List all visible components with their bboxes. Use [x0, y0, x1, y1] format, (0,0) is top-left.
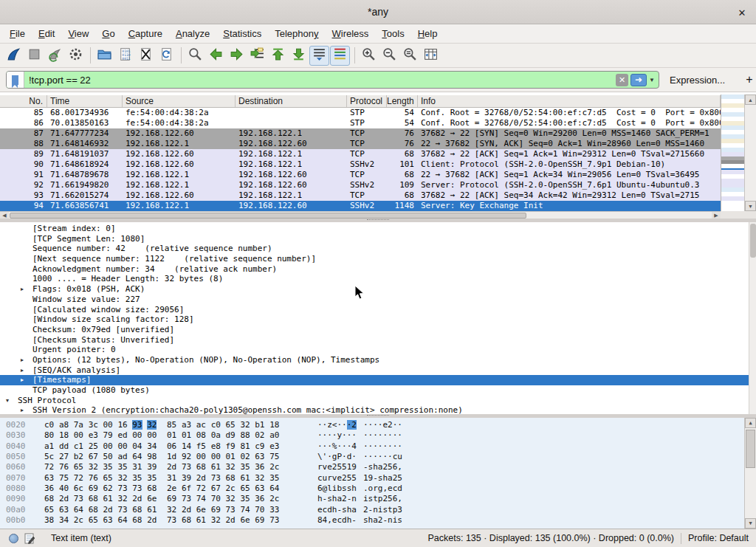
hex-byte[interactable]: 35	[269, 473, 279, 483]
hex-byte[interactable]: 68	[89, 505, 98, 515]
capture-options-button[interactable]	[66, 46, 86, 66]
hex-byte[interactable]: 1d	[167, 452, 176, 461]
hex-byte[interactable]: 35	[103, 462, 113, 472]
column-header-no[interactable]: No.	[0, 95, 47, 107]
auto-scroll-button[interactable]	[309, 46, 329, 66]
hex-byte[interactable]: 00	[211, 452, 221, 461]
hex-byte[interactable]: 2d	[59, 494, 69, 503]
hex-byte[interactable]: 35	[117, 462, 127, 472]
menu-help[interactable]: Help	[411, 26, 444, 41]
hex-byte[interactable]: b1	[255, 420, 264, 430]
hex-byte[interactable]: c0	[211, 420, 221, 430]
packet-list-hscrollbar[interactable]: ◀ ▶	[0, 211, 721, 219]
hex-byte[interactable]: 00	[103, 420, 113, 430]
hex-byte[interactable]: 2d	[182, 505, 191, 515]
hex-byte[interactable]: ed	[117, 430, 127, 440]
column-header-time[interactable]: Time	[47, 95, 123, 107]
hex-byte[interactable]: 01	[167, 430, 176, 440]
detail-line[interactable]: [Window size scaling factor: 128]	[0, 314, 756, 325]
capture-comment-icon[interactable]	[24, 533, 35, 544]
filter-bookmark-icon[interactable]	[7, 72, 24, 88]
hex-row[interactable]: 0020c0 a8 7a 3c 00 16 93 3285 a3 ac c0 6…	[0, 420, 756, 430]
hex-byte[interactable]: e3	[89, 430, 98, 440]
collapsed-arrow-icon[interactable]: ▸	[21, 405, 24, 414]
hex-byte[interactable]: ac	[196, 420, 206, 430]
hex-byte[interactable]: 88	[240, 430, 250, 440]
hex-byte[interactable]: a3	[182, 420, 191, 430]
hex-byte[interactable]: 72	[44, 462, 54, 472]
start-capture-button[interactable]	[4, 46, 24, 66]
hex-byte[interactable]: 01	[182, 430, 191, 440]
profile-selector[interactable]: Profile: Default	[688, 533, 749, 543]
bytes-scroll-down-icon[interactable]: ▼	[745, 518, 756, 529]
hex-byte[interactable]: 69	[167, 494, 176, 503]
detail-line[interactable]: Sequence number: 42 (relative sequence n…	[0, 244, 756, 254]
hex-byte[interactable]: 02	[255, 430, 264, 440]
hex-byte[interactable]: 67	[89, 452, 98, 461]
hex-byte[interactable]: 65	[226, 420, 236, 430]
hex-byte[interactable]: 63	[255, 452, 264, 461]
hex-byte[interactable]: 93	[132, 420, 142, 430]
hex-byte[interactable]: 32	[147, 420, 157, 430]
menu-view[interactable]: View	[61, 26, 95, 41]
packet-row-93[interactable]: 9371.662015274192.168.122.60192.168.122.…	[0, 190, 721, 201]
hex-byte[interactable]: 68	[132, 515, 142, 525]
hex-byte[interactable]: 00	[147, 430, 157, 440]
collapsed-arrow-icon[interactable]: ▸	[21, 375, 24, 385]
scroll-right-icon[interactable]: ▶	[712, 212, 721, 219]
hex-byte[interactable]: 18	[59, 430, 69, 440]
hex-byte[interactable]: 32	[240, 420, 250, 430]
packet-row-87[interactable]: 8771.647777234192.168.122.60192.168.122.…	[0, 128, 721, 139]
hex-byte[interactable]: a1	[44, 441, 54, 451]
hex-byte[interactable]: 31	[167, 473, 176, 483]
hex-byte[interactable]: 80	[44, 430, 54, 440]
packet-row-90[interactable]: 9071.648618924192.168.122.60192.168.122.…	[0, 159, 721, 170]
column-header-destination[interactable]: Destination	[236, 95, 347, 107]
hex-byte[interactable]: 32	[226, 462, 236, 472]
detail-line[interactable]: Urgent pointer: 0	[0, 345, 756, 355]
hex-byte[interactable]: d9	[226, 430, 236, 440]
hex-byte[interactable]: 00	[74, 430, 83, 440]
hex-byte[interactable]: f9	[226, 441, 236, 451]
go-first-button[interactable]	[268, 46, 288, 66]
hex-byte[interactable]: 27	[59, 452, 69, 461]
go-back-button[interactable]	[206, 46, 226, 66]
hex-byte[interactable]: 68	[89, 494, 98, 503]
hex-byte[interactable]: 2d	[196, 473, 206, 483]
hex-byte[interactable]: 6f	[182, 484, 191, 493]
hex-byte[interactable]: 6e	[240, 515, 250, 525]
hex-byte[interactable]: 35	[132, 473, 142, 483]
hex-byte[interactable]: c9	[255, 441, 264, 451]
hex-byte[interactable]: ad	[117, 452, 127, 461]
hex-row[interactable]: 003080 18 00 e3 79 ed 00 0001 01 08 0a d…	[0, 430, 756, 441]
packet-row-88[interactable]: 8871.648146932192.168.122.1192.168.122.6…	[0, 139, 721, 149]
expert-info-icon[interactable]	[9, 534, 18, 543]
hex-byte[interactable]: 63	[59, 505, 69, 515]
hex-byte[interactable]: 32	[167, 505, 176, 515]
filter-history-caret-icon[interactable]: ▼	[649, 77, 655, 83]
add-filter-button[interactable]: +	[741, 73, 756, 86]
hex-byte[interactable]: 16	[117, 420, 127, 430]
packet-row-92[interactable]: 9271.661949820192.168.122.1192.168.122.6…	[0, 180, 721, 190]
hex-byte[interactable]: 2c	[226, 484, 236, 493]
detail-line[interactable]: ▾SSH Protocol	[0, 396, 756, 406]
hex-byte[interactable]: 68	[147, 484, 157, 493]
hex-byte[interactable]: 81	[240, 441, 250, 451]
detail-line[interactable]: TCP payload (1080 bytes)	[0, 385, 756, 396]
restart-capture-button[interactable]	[45, 46, 65, 66]
detail-line[interactable]: 1000 .... = Header Length: 32 bytes (8)	[0, 274, 756, 284]
hex-byte[interactable]: 65	[89, 515, 98, 525]
hex-byte[interactable]: 65	[240, 484, 250, 493]
hex-byte[interactable]: 68	[226, 473, 236, 483]
detail-line[interactable]: Acknowledgment number: 34 (relative ack …	[0, 264, 756, 275]
hex-row[interactable]: 00a065 63 64 68 2d 73 68 6132 2d 6e 69 7…	[0, 505, 756, 515]
hex-byte[interactable]: 32	[117, 473, 127, 483]
packet-list-vscrollbar[interactable]: ▲ ▼	[744, 94, 756, 211]
hex-byte[interactable]: 70	[211, 494, 221, 503]
bytes-scroll-up-icon[interactable]: ▲	[745, 418, 756, 428]
hex-byte[interactable]: 6e	[147, 494, 157, 503]
hex-byte[interactable]: 40	[59, 484, 69, 493]
hex-byte[interactable]: 2d	[226, 515, 236, 525]
hex-byte[interactable]: 64	[74, 505, 83, 515]
display-filter-input[interactable]	[24, 75, 616, 86]
